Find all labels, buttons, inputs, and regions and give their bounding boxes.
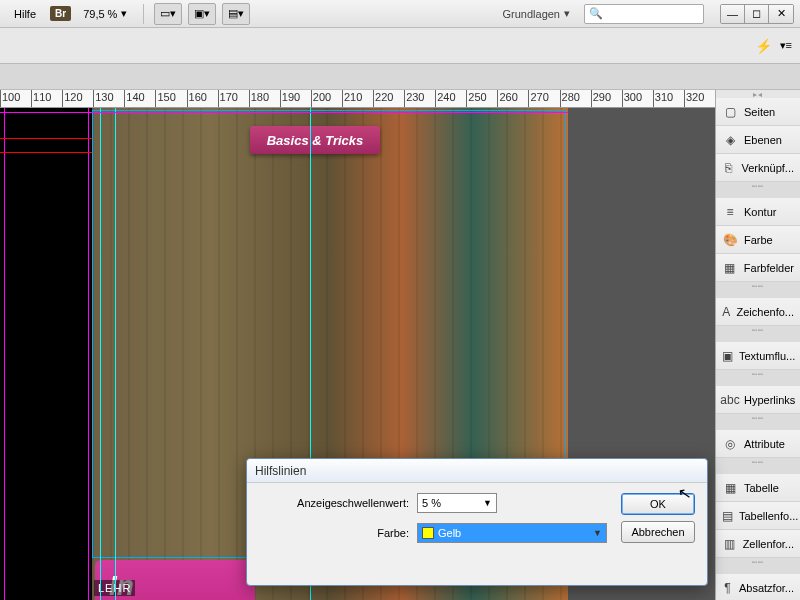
- attributes-panel[interactable]: ◎Attribute: [716, 430, 800, 458]
- links-icon: ⎘: [722, 160, 735, 176]
- maximize-button[interactable]: ◻: [745, 5, 769, 23]
- chevron-down-icon: ▼: [483, 498, 492, 508]
- layers-panel[interactable]: ◈Ebenen: [716, 126, 800, 154]
- ok-button[interactable]: OK: [621, 493, 695, 515]
- color-icon: 🎨: [722, 232, 738, 248]
- panel-grip[interactable]: ▸◂: [716, 90, 800, 98]
- panel-label: Ebenen: [744, 134, 782, 146]
- guides-dialog: Hilfslinien Anzeigeschwellenwert: 5 %▼ F…: [246, 458, 708, 586]
- ruler-tick: 130: [93, 90, 113, 108]
- ruler-tick: 310: [653, 90, 673, 108]
- ruler-tick: 260: [497, 90, 517, 108]
- pages-icon: ▢: [722, 104, 738, 120]
- ruler-tick: 160: [187, 90, 207, 108]
- swatches-panel[interactable]: ▦Farbfelder: [716, 254, 800, 282]
- workspace-dropdown[interactable]: Grundlagen▾: [495, 5, 579, 22]
- panel-label: Tabelle: [744, 482, 779, 494]
- color-dropdown[interactable]: Gelb▼: [417, 523, 607, 543]
- window-controls: — ◻ ✕: [720, 4, 794, 24]
- screen-mode-icon[interactable]: ▭▾: [154, 3, 182, 25]
- panel-label: Farbe: [744, 234, 773, 246]
- panel-label: Verknüpf...: [741, 162, 794, 174]
- search-input[interactable]: 🔍: [584, 4, 704, 24]
- threshold-label: Anzeigeschwellenwert:: [259, 497, 409, 509]
- ruler-tick: 180: [249, 90, 269, 108]
- attributes-icon: ◎: [722, 436, 738, 452]
- ruler-tick: 140: [124, 90, 144, 108]
- zoom-dropdown[interactable]: 79,5 %▾: [77, 5, 133, 22]
- panel-label: Tabellenfo...: [739, 510, 798, 522]
- cellfmt-icon: ▥: [722, 536, 737, 552]
- control-bar: ⚡ ▾≡: [0, 28, 800, 64]
- menu-bar: Hilfe Br 79,5 %▾ ▭▾ ▣▾ ▤▾ Grundlagen▾ 🔍 …: [0, 0, 800, 28]
- hyperlinks-icon: abc: [722, 392, 738, 408]
- color-panel[interactable]: 🎨Farbe: [716, 226, 800, 254]
- banner-label[interactable]: Basics & Tricks: [250, 126, 380, 154]
- links-panel[interactable]: ⎘Verknüpf...: [716, 154, 800, 182]
- ruler-tick: 230: [404, 90, 424, 108]
- textwrap-icon: ▣: [722, 348, 733, 364]
- help-menu[interactable]: Hilfe: [6, 4, 44, 24]
- close-button[interactable]: ✕: [769, 5, 793, 23]
- panel-label: Zeichenfo...: [737, 306, 794, 318]
- chevron-down-icon: ▼: [593, 528, 602, 538]
- hyperlinks-panel[interactable]: abcHyperlinks: [716, 386, 800, 414]
- gpu-icon[interactable]: ⚡: [755, 38, 772, 54]
- dialog-title[interactable]: Hilfslinien: [247, 459, 707, 483]
- bridge-button[interactable]: Br: [50, 6, 71, 21]
- ruler-tick: 200: [311, 90, 331, 108]
- ruler-tick: 100: [0, 90, 20, 108]
- ruler-tick: 210: [342, 90, 362, 108]
- ruler-tick: 290: [591, 90, 611, 108]
- panel-label: Kontur: [744, 206, 776, 218]
- ruler-tick: 300: [622, 90, 642, 108]
- minimize-button[interactable]: —: [721, 5, 745, 23]
- ruler-tick: 150: [155, 90, 175, 108]
- color-label: Farbe:: [259, 527, 409, 539]
- pages-panel[interactable]: ▢Seiten: [716, 98, 800, 126]
- chevron-down-icon: ▾: [121, 7, 127, 20]
- table-panel[interactable]: ▦Tabelle: [716, 474, 800, 502]
- ruler-tick: 320: [684, 90, 704, 108]
- cellfmt-panel[interactable]: ▥Zellenfor...: [716, 530, 800, 558]
- ruler-tick: 280: [560, 90, 580, 108]
- stroke-icon: ≡: [722, 204, 738, 220]
- view-options-icon[interactable]: ▤▾: [222, 3, 250, 25]
- cancel-button[interactable]: Abbrechen: [621, 521, 695, 543]
- textwrap-panel[interactable]: ▣Textumflu...: [716, 342, 800, 370]
- ruler-tick: 250: [466, 90, 486, 108]
- ruler-tick: 110: [31, 90, 51, 108]
- panel-label: Textumflu...: [739, 350, 795, 362]
- ruler-tick: 220: [373, 90, 393, 108]
- panel-label: Attribute: [744, 438, 785, 450]
- stroke-panel[interactable]: ≡Kontur: [716, 198, 800, 226]
- panel-label: Farbfelder: [744, 262, 794, 274]
- character-icon: A: [722, 304, 731, 320]
- ruler-tick: 240: [435, 90, 455, 108]
- panel-dock: ▸◂▢Seiten◈Ebenen⎘Verknüpf...┉┉≡Kontur🎨Fa…: [715, 90, 800, 600]
- panel-label: Zellenfor...: [743, 538, 794, 550]
- ruler-tick: 190: [280, 90, 300, 108]
- search-icon: 🔍: [589, 7, 603, 20]
- character-panel[interactable]: AZeichenfo...: [716, 298, 800, 326]
- layers-icon: ◈: [722, 132, 738, 148]
- table-icon: ▦: [722, 480, 738, 496]
- parafmt-icon: ¶: [722, 580, 733, 596]
- panel-menu-icon[interactable]: ▾≡: [780, 39, 792, 52]
- tablefmt-panel[interactable]: ▤Tabellenfo...: [716, 502, 800, 530]
- arrange-icon[interactable]: ▣▾: [188, 3, 216, 25]
- tablefmt-icon: ▤: [722, 508, 733, 524]
- threshold-dropdown[interactable]: 5 %▼: [417, 493, 497, 513]
- ruler-tick: 170: [218, 90, 238, 108]
- ruler-tick: 120: [62, 90, 82, 108]
- panel-label: Seiten: [744, 106, 775, 118]
- horizontal-ruler[interactable]: 1001101201301401501601701801902002102202…: [0, 90, 800, 108]
- parafmt-panel[interactable]: ¶Absatzfor...: [716, 574, 800, 600]
- document-tabs: [0, 64, 800, 90]
- panel-label: Absatzfor...: [739, 582, 794, 594]
- panel-label: Hyperlinks: [744, 394, 795, 406]
- color-swatch: [422, 527, 434, 539]
- swatches-icon: ▦: [722, 260, 738, 276]
- ruler-tick: 270: [528, 90, 548, 108]
